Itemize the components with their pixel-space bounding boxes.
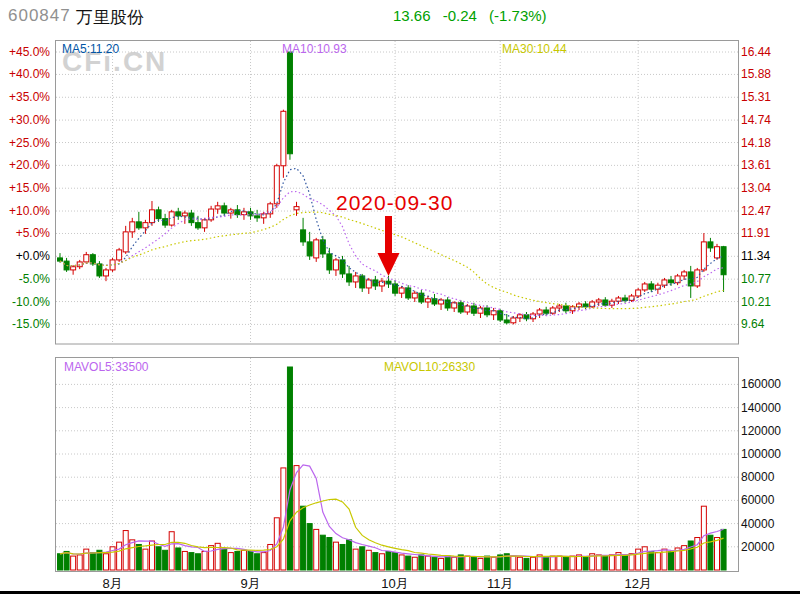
ma30-label: MA30:10.44 [502, 42, 567, 56]
ma5-label: MA5:11.20 [62, 42, 119, 56]
volume-bars-group [58, 367, 727, 570]
volume-panel-border [56, 358, 739, 572]
annotation-arrow-icon [378, 216, 400, 276]
ma-line [60, 465, 724, 557]
ma10-label: MA10:10.93 [282, 42, 347, 56]
mavol10-label: MAVOL10:26330 [384, 360, 475, 374]
grid-lines [56, 41, 738, 571]
chart-canvas[interactable] [0, 0, 800, 600]
annotation-date: 2020-09-30 [336, 191, 453, 215]
candles-group [58, 52, 727, 324]
mavol5-label: MAVOL5:33500 [64, 360, 149, 374]
stock-chart-screen: 600847 万里股份 13.66 -0.24 (-1.73%) CFi.CN … [0, 0, 800, 600]
